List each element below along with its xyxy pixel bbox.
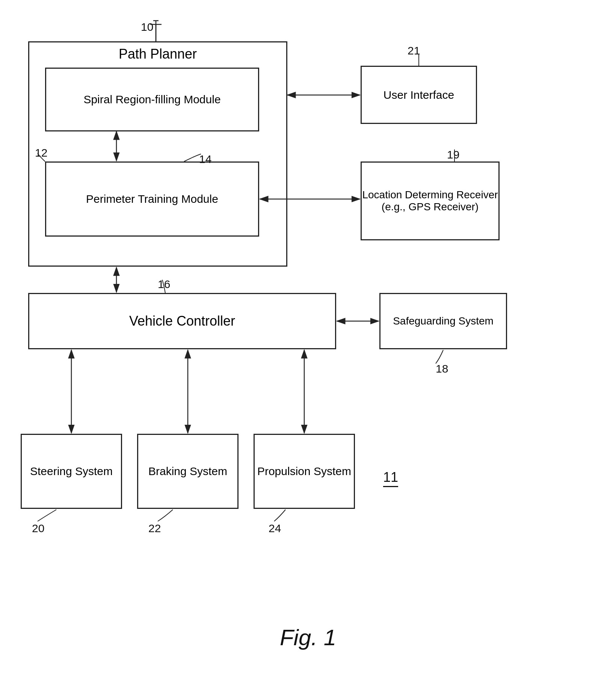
ref-18: 18 bbox=[436, 362, 448, 375]
perimeter-module-box: Perimeter Training Module bbox=[45, 161, 259, 237]
ref-11: 11 bbox=[383, 469, 398, 487]
ref-19: 19 bbox=[447, 148, 459, 161]
user-interface-box: User Interface bbox=[361, 66, 477, 124]
perimeter-module-label: Perimeter Training Module bbox=[86, 193, 218, 205]
safeguarding-system-box: Safeguarding System bbox=[379, 293, 507, 349]
vehicle-controller-box: Vehicle Controller bbox=[28, 293, 336, 349]
steering-system-box: Steering System bbox=[21, 434, 122, 509]
ref-24: 24 bbox=[269, 522, 281, 535]
diagram: 10 Path Planner Spiral Region-filling Mo… bbox=[0, 0, 616, 673]
spiral-module-box: Spiral Region-filling Module bbox=[45, 68, 259, 131]
propulsion-system-label: Propulsion System bbox=[257, 465, 351, 478]
braking-system-label: Braking System bbox=[148, 465, 227, 478]
braking-system-box: Braking System bbox=[137, 434, 239, 509]
ref-20: 20 bbox=[32, 522, 44, 535]
ref-14: 14 bbox=[199, 153, 211, 166]
ref-21: 21 bbox=[408, 44, 420, 57]
location-receiver-label: Location Determing Receiver (e.g., GPS R… bbox=[362, 189, 498, 213]
steering-system-label: Steering System bbox=[30, 465, 113, 478]
location-receiver-box: Location Determing Receiver (e.g., GPS R… bbox=[361, 161, 500, 240]
ref-22: 22 bbox=[148, 522, 161, 535]
vehicle-controller-label: Vehicle Controller bbox=[129, 313, 235, 329]
spiral-module-label: Spiral Region-filling Module bbox=[83, 93, 220, 106]
ref-12: 12 bbox=[35, 146, 47, 159]
user-interface-label: User Interface bbox=[383, 89, 454, 101]
path-planner-label: Path Planner bbox=[119, 46, 197, 62]
ref-16: 16 bbox=[158, 278, 170, 291]
propulsion-system-box: Propulsion System bbox=[254, 434, 355, 509]
safeguarding-system-label: Safeguarding System bbox=[393, 315, 494, 327]
ref-10: 10 bbox=[141, 21, 153, 33]
figure-label: Fig. 1 bbox=[280, 625, 336, 650]
